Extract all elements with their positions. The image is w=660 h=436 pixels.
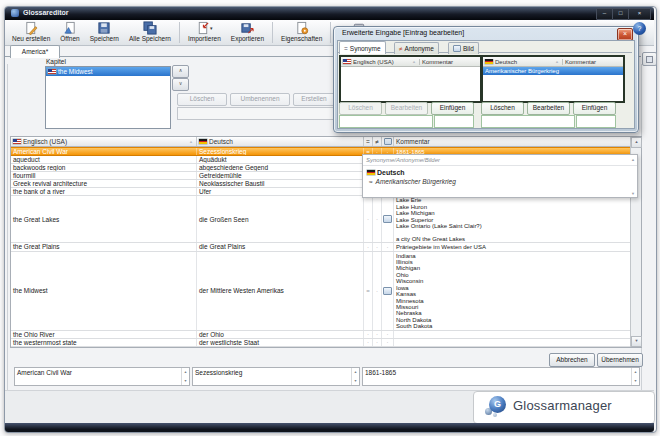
save-all-button[interactable]: Alle Speichern (125, 20, 175, 45)
chapter-item-the-midwest[interactable]: the Midwest (46, 67, 170, 76)
us-flag-icon (48, 69, 56, 74)
flyout-synonym-item[interactable]: ≈Amerikanischer Bürgerkrieg (363, 176, 637, 185)
save-floppy-icon (97, 21, 111, 35)
dialog-english-term-input[interactable] (339, 115, 433, 128)
table-row[interactable]: the Ohio Riverder Ohio··· (11, 331, 631, 339)
cell-antonym-marker: · (373, 252, 382, 330)
cell-image-marker: · (382, 331, 394, 338)
chapter-label: Kapitel (46, 58, 66, 65)
chapter-list[interactable]: the Midwest (45, 66, 171, 129)
dialog-german-edit-button[interactable]: Bearbeiten (527, 102, 570, 115)
dialog-english-delete-button[interactable]: Löschen (339, 102, 382, 115)
dialog-english-edit-button[interactable]: Bearbeiten (385, 102, 428, 115)
dialog-tab-bild[interactable]: Bild (448, 42, 479, 54)
apply-button[interactable]: Übernehmen (597, 353, 643, 367)
open-button[interactable]: Öffnen (56, 20, 83, 45)
header-synonym[interactable]: = (364, 137, 373, 146)
chapter-move-up-button[interactable]: ∧ (172, 65, 189, 78)
cell-german: Getreidemühle (197, 172, 364, 179)
table-row[interactable]: the Great Plainsdie Great Plains···Präri… (11, 243, 631, 251)
table-header[interactable]: Englisch (USA)▲ Deutsch = ≠ Kommentar (11, 137, 631, 147)
dialog-german-header[interactable]: Deutsch▲ Kommentar (483, 57, 623, 67)
cell-german: der Mittlere Westen Amerikas (197, 252, 364, 330)
minimize-button[interactable]: – (596, 8, 613, 20)
table-row[interactable]: the Midwestder Mittlere Westen Amerikas=… (11, 252, 631, 331)
cell-english: Greek revival architecture (11, 180, 197, 187)
flyout-header: Synonyme/Antonyme/Bilder (363, 155, 637, 166)
cell-english: the Ohio River (11, 331, 197, 338)
header-german[interactable]: Deutsch (197, 137, 364, 146)
title-bar[interactable] (5, 7, 654, 20)
dialog-tab-antonyme[interactable]: ≠Antonyme (394, 42, 439, 54)
cell-antonym-marker: · (373, 196, 382, 242)
new-button[interactable]: Neu erstellen (8, 20, 54, 45)
left-splitter[interactable] (7, 64, 8, 390)
help-icon[interactable]: ? (633, 22, 646, 35)
cell-comment (394, 331, 631, 338)
chapter-create-button[interactable]: Erstellen (293, 93, 335, 106)
dialog-german-list[interactable]: Deutsch▲ Kommentar Amerikanischer Bürger… (481, 55, 625, 103)
cell-antonym-marker: · (373, 339, 382, 346)
import-dropdown-caret[interactable]: ▾ (210, 26, 213, 31)
chapter-name-input[interactable] (177, 107, 335, 120)
german-flag-icon (367, 170, 375, 175)
header-image[interactable] (382, 137, 394, 146)
dialog-tab-synonyme[interactable]: =Synonyme (339, 41, 386, 54)
panel-toggle-button[interactable] (642, 52, 657, 66)
image-icon (453, 45, 461, 52)
dialog-german-comment-input[interactable] (576, 115, 616, 128)
german-term-editor[interactable]: Sezessionskrieg ▲▼ (192, 367, 360, 386)
save-all-icon (143, 21, 157, 35)
flyout-scroll-up-icon[interactable]: ▲ (631, 157, 635, 162)
german-flag-icon (199, 139, 207, 144)
dialog-english-insert-button[interactable]: Einfügen (431, 102, 474, 115)
english-term-editor[interactable]: American Civil War ▲▼ (14, 367, 190, 386)
scroll-down-icon[interactable]: ▼ (631, 336, 642, 347)
cell-image-marker (382, 252, 394, 330)
cell-image-marker: · (382, 339, 394, 346)
spinner-icons[interactable]: ▲▼ (351, 368, 359, 385)
chapter-move-down-button[interactable]: ∨ (172, 78, 189, 91)
header-english[interactable]: Englisch (USA)▲ (11, 137, 197, 146)
cell-german: die Great Plains (197, 243, 364, 250)
dialog-german-delete-button[interactable]: Löschen (481, 102, 524, 115)
dialog-english-header[interactable]: Englisch (USA)▲ Kommentar (341, 57, 480, 67)
dialog-german-term-input[interactable] (481, 115, 575, 128)
import-icon: ▾ (196, 21, 213, 35)
dialog-english-comment-input[interactable] (434, 115, 474, 128)
table-row[interactable]: the westernmost stateder westlichste Sta… (11, 339, 631, 347)
spinner-icons[interactable]: ▲▼ (631, 368, 639, 385)
cell-german: Sezessionskrieg (197, 148, 364, 155)
logo-bubble-icon (493, 413, 497, 417)
cell-english: aqueduct (11, 156, 197, 163)
us-flag-icon (343, 59, 351, 64)
maximize-button[interactable]: □ (612, 8, 629, 20)
chapter-delete-button[interactable]: Löschen (177, 93, 227, 106)
export-button[interactable]: Exportieren (227, 20, 268, 45)
close-button[interactable]: × (628, 8, 651, 20)
import-button[interactable]: ▾ Importieren (184, 20, 225, 45)
dialog-english-list[interactable]: Englisch (USA)▲ Kommentar (339, 55, 482, 103)
dialog-german-item[interactable]: Amerikanischer Bürgerkrieg (483, 67, 623, 75)
cell-antonym-marker: · (373, 331, 382, 338)
comment-editor[interactable]: 1861-1865 ▲▼ (362, 367, 640, 386)
spinner-icons[interactable]: ▲▼ (181, 368, 189, 385)
properties-button[interactable]: Eigenschaften (277, 20, 326, 45)
cell-english: the Midwest (11, 252, 197, 330)
cell-english: the westernmost state (11, 339, 197, 346)
scroll-up-icon[interactable]: ▲ (631, 137, 642, 148)
cell-english: flourmill (11, 172, 197, 179)
cell-english: the Great Lakes (11, 196, 197, 242)
cancel-button[interactable]: Abbrechen (549, 353, 595, 367)
tab-america[interactable]: America* (10, 45, 60, 58)
header-antonym[interactable]: ≠ (373, 137, 382, 146)
equals-icon: = (344, 45, 348, 52)
toolbar-separator (330, 22, 331, 43)
dialog-german-insert-button[interactable]: Einfügen (573, 102, 616, 115)
chapter-rename-button[interactable]: Umbenennen (230, 93, 290, 106)
save-button[interactable]: Speichern (86, 20, 123, 45)
table-row[interactable]: the Great Lakesdie Großen Seen··Lake Eri… (11, 196, 631, 243)
window-bottom-frame (5, 423, 654, 432)
flyout-scroll-down-icon[interactable]: ▼ (631, 191, 635, 196)
header-comment[interactable]: Kommentar (394, 137, 631, 146)
